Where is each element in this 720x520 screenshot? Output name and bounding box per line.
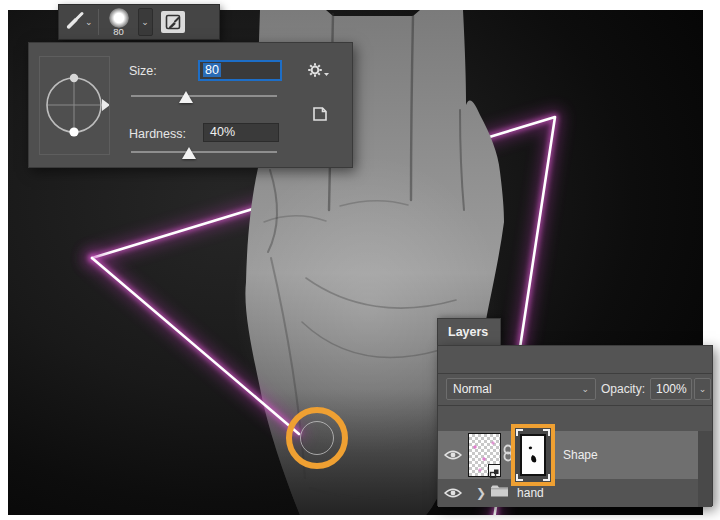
- brush-preset-picker-button[interactable]: ⌄: [138, 8, 153, 36]
- size-label: Size:: [129, 64, 157, 78]
- orange-highlight-rectangle: [511, 424, 555, 486]
- chevron-down-icon: ⌄: [581, 385, 589, 394]
- brush-settings-popover: Size: 80 Hardness: 40%: [28, 42, 353, 168]
- brush-options-bar: ⌄ 80 ⌄: [58, 4, 220, 40]
- divider: [438, 373, 712, 374]
- layer-badge-icon: [488, 464, 501, 477]
- brush-tool-icon[interactable]: [63, 9, 85, 35]
- hardness-slider-thumb[interactable]: [182, 147, 196, 159]
- folder-icon: [490, 484, 509, 502]
- layers-panel: Normal ⌄ Opacity: 100% ⌄: [437, 345, 713, 506]
- layer-name[interactable]: hand: [517, 486, 544, 500]
- chevron-down-icon[interactable]: ⌄: [85, 18, 93, 27]
- tab-layers[interactable]: Layers: [437, 318, 501, 346]
- chevron-down-icon: ⌄: [699, 385, 707, 394]
- opacity-value-field[interactable]: 100%: [650, 378, 692, 400]
- visibility-eye-icon[interactable]: [438, 487, 468, 499]
- new-brush-preset-icon[interactable]: [312, 106, 328, 126]
- layer-thumbnail-shape[interactable]: [468, 433, 501, 477]
- divider: [438, 405, 712, 406]
- brush-preset-preview[interactable]: 80: [104, 8, 134, 37]
- hardness-input[interactable]: 40%: [203, 123, 279, 142]
- blend-mode-select[interactable]: Normal ⌄: [446, 378, 596, 400]
- separator: [98, 9, 99, 35]
- size-slider-thumb[interactable]: [179, 91, 193, 103]
- group-expand-chevron-icon[interactable]: ❯: [476, 486, 486, 500]
- size-slider[interactable]: [131, 95, 277, 97]
- visibility-eye-icon[interactable]: [438, 449, 468, 461]
- layer-row-shape[interactable]: Shape: [438, 431, 698, 479]
- layer-row-hand[interactable]: ❯ hand: [438, 479, 698, 507]
- layers-scroll-gutter: [696, 431, 712, 507]
- layer-name[interactable]: Shape: [563, 448, 598, 462]
- brush-size-value: 80: [113, 26, 124, 37]
- layer-mask-thumbnail[interactable]: [520, 434, 546, 476]
- opacity-label: Opacity:: [601, 382, 645, 396]
- orange-highlight-ring: [286, 407, 348, 469]
- size-input[interactable]: 80: [198, 60, 282, 81]
- soft-round-brush-icon: [109, 8, 129, 28]
- hardness-label: Hardness:: [129, 127, 186, 141]
- hardness-slider[interactable]: [131, 151, 277, 153]
- gear-icon[interactable]: [307, 61, 329, 83]
- opacity-dropdown-button[interactable]: ⌄: [694, 378, 711, 400]
- brush-settings-panel-toggle-button[interactable]: [161, 11, 185, 33]
- chevron-down-icon: ⌄: [141, 18, 149, 27]
- brush-angle-roundness-control[interactable]: [39, 56, 110, 155]
- blend-mode-value: Normal: [453, 379, 492, 399]
- size-input-selected-text: 80: [203, 63, 221, 77]
